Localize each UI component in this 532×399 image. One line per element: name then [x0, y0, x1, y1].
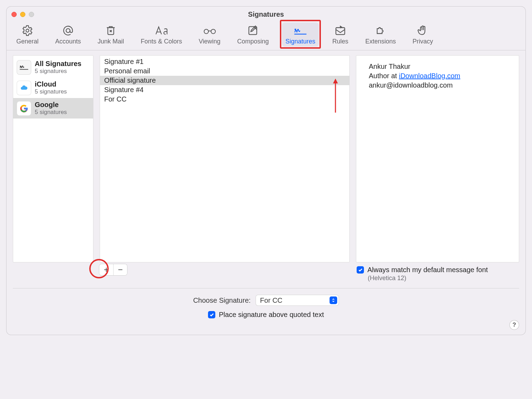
signature-item[interactable]: Personal email	[100, 66, 349, 76]
svg-rect-5	[336, 28, 345, 35]
signature-item[interactable]: Signature #4	[100, 85, 349, 95]
gear-icon	[20, 25, 34, 36]
content-area: All Signatures 5 signatures iCloud 5 sig…	[7, 50, 525, 262]
account-title: All Signatures	[35, 60, 81, 68]
preview-link[interactable]: iDownloadBlog.com	[399, 72, 460, 80]
account-row-google[interactable]: Google 5 signatures	[13, 98, 93, 119]
tab-extensions[interactable]: Extensions	[362, 23, 399, 47]
tab-accounts[interactable]: Accounts	[52, 23, 84, 47]
rules-icon	[333, 25, 347, 36]
titlebar: Signatures	[7, 7, 525, 22]
signature-item[interactable]: Signature #1	[100, 57, 349, 66]
hand-icon	[416, 25, 430, 36]
account-title: Google	[35, 101, 67, 109]
add-remove-signature: + −	[99, 264, 127, 276]
at-icon	[61, 25, 75, 36]
select-caret-icon	[330, 296, 337, 304]
account-subtitle: 5 signatures	[35, 68, 81, 75]
tab-signatures[interactable]: Signatures	[282, 23, 319, 47]
place-above-row: Place signature above quoted text	[7, 311, 525, 319]
accounts-panel: All Signatures 5 signatures iCloud 5 sig…	[13, 55, 93, 262]
font-option-block: Always match my default message font (He…	[356, 264, 519, 282]
account-title: iCloud	[35, 80, 67, 88]
signature-list-panel: Signature #1 Personal email Official sig…	[100, 55, 350, 262]
icloud-icon	[17, 81, 31, 95]
match-font-checkbox[interactable]: Always match my default message font	[357, 266, 519, 274]
window-title: Signatures	[7, 10, 525, 18]
tab-viewing[interactable]: Viewing	[195, 23, 224, 47]
preferences-window: Signatures General Accounts Junk Mail Fo…	[6, 6, 526, 335]
tab-fonts-colors[interactable]: Fonts & Colors	[137, 23, 185, 47]
signature-icon	[17, 60, 31, 75]
tab-rules[interactable]: Rules	[329, 23, 352, 47]
svg-point-1	[66, 28, 70, 32]
choose-signature-row: Choose Signature: For CC	[7, 295, 525, 306]
preview-role: Author at iDownloadBlog.com	[369, 71, 506, 81]
preview-name: Ankur Thakur	[369, 62, 506, 71]
choose-signature-select[interactable]: For CC	[256, 295, 339, 306]
account-row-icloud[interactable]: iCloud 5 signatures	[13, 78, 93, 98]
preview-email: ankur@idownloadblog.com	[369, 81, 506, 90]
compose-icon	[246, 25, 260, 36]
checkbox-checked-icon	[357, 266, 364, 274]
typography-icon	[155, 25, 168, 36]
tab-general[interactable]: General	[13, 23, 42, 47]
account-subtitle: 5 signatures	[35, 88, 67, 95]
below-panels-row: + − Always match my default message font…	[7, 262, 525, 282]
glasses-icon	[203, 25, 217, 36]
signature-preview[interactable]: Ankur Thakur Author at iDownloadBlog.com…	[356, 55, 519, 262]
signature-icon	[293, 25, 307, 36]
tab-privacy[interactable]: Privacy	[409, 23, 437, 47]
puzzle-icon	[374, 25, 388, 36]
tab-junk-mail[interactable]: Junk Mail	[94, 23, 127, 47]
signature-item[interactable]: Official signature	[100, 76, 349, 85]
tab-composing[interactable]: Composing	[234, 23, 272, 47]
help-button[interactable]: ?	[509, 320, 519, 330]
add-signature-button[interactable]: +	[99, 264, 113, 275]
choose-signature-label: Choose Signature:	[193, 296, 251, 304]
google-icon	[17, 101, 31, 116]
account-row-all[interactable]: All Signatures 5 signatures	[13, 57, 93, 78]
remove-signature-button[interactable]: −	[113, 264, 127, 275]
select-value: For CC	[260, 296, 282, 304]
preferences-toolbar: General Accounts Junk Mail Fonts & Color…	[7, 22, 525, 50]
signature-item[interactable]: For CC	[100, 95, 349, 104]
font-note: (Helvetica 12)	[368, 275, 519, 282]
svg-point-3	[211, 29, 215, 34]
account-subtitle: 5 signatures	[35, 109, 67, 116]
checkbox-checked-icon	[208, 311, 215, 318]
trash-x-icon	[104, 25, 118, 36]
svg-point-0	[26, 29, 29, 32]
divider	[13, 288, 519, 288]
place-above-checkbox[interactable]: Place signature above quoted text	[208, 311, 324, 319]
svg-point-2	[204, 29, 208, 34]
